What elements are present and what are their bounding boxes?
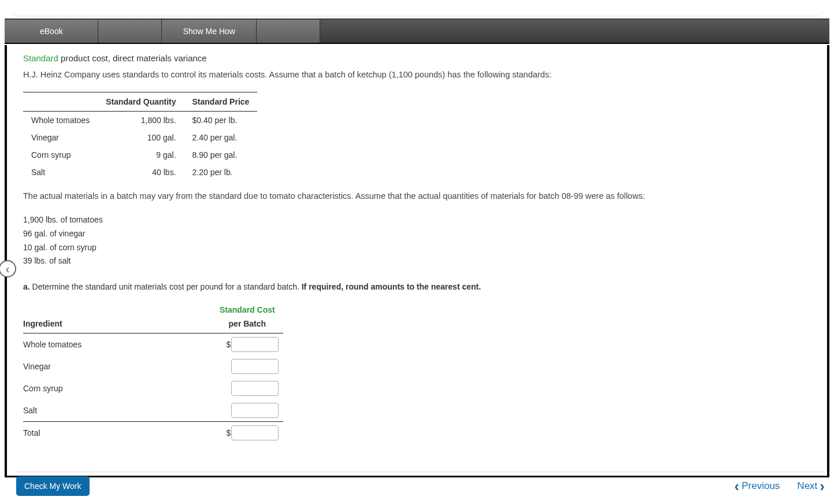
answer-th-empty bbox=[23, 301, 220, 314]
top-blank-bar bbox=[12, 0, 822, 16]
question-title: Standard product cost, direct materials … bbox=[23, 53, 811, 63]
dollar-sign: $ bbox=[224, 428, 231, 438]
std-name: Salt bbox=[23, 164, 98, 181]
intro-paragraph: H.J. Heinz Company uses standards to con… bbox=[23, 70, 811, 79]
part-a-text: Determine the standard unit materials co… bbox=[30, 282, 302, 291]
table-row: Vinegar bbox=[23, 355, 283, 377]
table-row: Salt 40 lbs. 2.20 per lb. bbox=[23, 164, 257, 181]
nav-buttons: ‹ Previous Next › bbox=[735, 477, 825, 495]
std-name: Whole tomatoes bbox=[23, 112, 98, 129]
std-qty: 9 gal. bbox=[98, 146, 184, 164]
tab-gap-2 bbox=[257, 20, 320, 43]
dollar-sign: $ bbox=[224, 340, 231, 349]
table-row: Whole tomatoes 1,800 lbs. $0.40 per lb. bbox=[23, 112, 257, 129]
std-th-empty bbox=[23, 92, 98, 112]
std-price: 2.40 per gal. bbox=[184, 129, 258, 146]
answer-table: Standard Cost Ingredient per Batch Whole… bbox=[23, 301, 283, 444]
cost-input-corn-syrup[interactable] bbox=[231, 381, 279, 396]
next-button[interactable]: Next › bbox=[797, 477, 825, 495]
chevron-left-icon: ‹ bbox=[6, 262, 10, 276]
cost-input-salt[interactable] bbox=[231, 403, 279, 418]
std-name: Corn syrup bbox=[23, 146, 98, 164]
footer-bar: Check My Work ‹ Previous Next › bbox=[5, 472, 829, 501]
answer-ingredient: Salt bbox=[23, 399, 220, 422]
answer-th-per-batch: per Batch bbox=[220, 314, 283, 333]
actual-intro: The actual materials in a batch may vary… bbox=[23, 191, 811, 201]
cost-input-total[interactable] bbox=[231, 425, 279, 440]
check-my-work-button[interactable]: Check My Work bbox=[16, 476, 90, 496]
list-item: 39 lbs. of salt bbox=[23, 254, 811, 268]
cost-input-vinegar[interactable] bbox=[231, 359, 279, 374]
std-qty: 1,800 lbs. bbox=[98, 112, 184, 129]
actual-quantities-list: 1,900 lbs. of tomatoes 96 gal. of vinega… bbox=[23, 213, 811, 268]
table-row: Corn syrup bbox=[23, 377, 283, 399]
chevron-left-icon: ‹ bbox=[735, 477, 740, 495]
previous-button[interactable]: ‹ Previous bbox=[735, 477, 780, 495]
part-a-instruction: a. Determine the standard unit materials… bbox=[23, 282, 811, 291]
tab-strip: eBook Show Me How bbox=[5, 18, 829, 44]
previous-label: Previous bbox=[742, 480, 780, 492]
std-price: 2.20 per lb. bbox=[184, 164, 258, 181]
standards-table: Standard Quantity Standard Price Whole t… bbox=[23, 92, 257, 181]
title-rest: product cost, direct materials variance bbox=[58, 53, 207, 63]
table-row: Corn syrup 9 gal. 8.90 per gal. bbox=[23, 146, 257, 164]
part-a-label: a. bbox=[23, 282, 30, 291]
std-qty: 40 lbs. bbox=[98, 164, 184, 181]
chevron-right-icon: › bbox=[820, 477, 825, 495]
std-price: 8.90 per gal. bbox=[184, 146, 258, 164]
answer-ingredient: Corn syrup bbox=[23, 377, 220, 399]
cost-input-tomatoes[interactable] bbox=[231, 337, 279, 352]
answer-total-label: Total bbox=[23, 422, 220, 444]
content-panel: Standard product cost, direct materials … bbox=[5, 45, 829, 477]
list-item: 10 gal. of corn syrup bbox=[23, 241, 811, 255]
std-th-qty: Standard Quantity bbox=[98, 92, 184, 112]
total-row: Total $ bbox=[23, 422, 283, 444]
std-price: $0.40 per lb. bbox=[184, 112, 258, 129]
next-label: Next bbox=[797, 480, 817, 492]
table-row: Salt bbox=[23, 399, 283, 422]
tab-gap-1 bbox=[98, 20, 162, 43]
table-row: Vinegar 100 gal. 2.40 per gal. bbox=[23, 129, 257, 146]
answer-ingredient: Whole tomatoes bbox=[23, 333, 220, 356]
answer-th-standard-cost: Standard Cost bbox=[220, 301, 283, 314]
table-row: Whole tomatoes $ bbox=[23, 333, 283, 356]
answer-th-ingredient: Ingredient bbox=[23, 314, 220, 333]
part-a-bold: If required, round amounts to the neares… bbox=[302, 282, 481, 291]
std-th-price: Standard Price bbox=[184, 92, 258, 112]
list-item: 96 gal. of vinegar bbox=[23, 227, 811, 241]
tab-remainder bbox=[320, 20, 829, 43]
tab-ebook[interactable]: eBook bbox=[5, 20, 98, 43]
list-item: 1,900 lbs. of tomatoes bbox=[23, 213, 811, 227]
std-qty: 100 gal. bbox=[98, 129, 184, 146]
tab-show-me-how[interactable]: Show Me How bbox=[162, 20, 257, 43]
title-lead: Standard bbox=[23, 53, 58, 63]
answer-ingredient: Vinegar bbox=[23, 355, 220, 377]
std-name: Vinegar bbox=[23, 129, 98, 146]
